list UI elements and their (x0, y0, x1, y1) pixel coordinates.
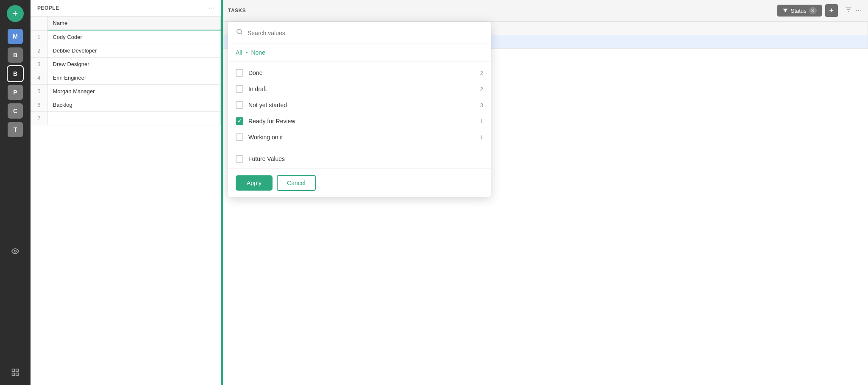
row-name: Erin Engineer (47, 71, 221, 85)
people-panel: PEOPLE ··· Name 1 Cody Coder2 Debbie Dev… (31, 0, 221, 385)
status-filter-tab[interactable]: Status ✕ (777, 5, 822, 17)
future-values-label: Future Values (248, 155, 285, 162)
svg-point-5 (237, 29, 242, 34)
filter-option-row[interactable]: Ready for Review 1 (228, 113, 491, 129)
option-checkbox[interactable] (236, 85, 243, 93)
filter-close-button[interactable]: ✕ (809, 7, 817, 14)
people-panel-menu-icon[interactable]: ··· (209, 4, 214, 12)
svg-rect-2 (16, 369, 19, 372)
filter-dropdown: All • None Done 2 In draft 2 Not yet sta… (228, 22, 491, 197)
filter-search-row (228, 22, 491, 44)
row-number: 2 (31, 44, 47, 58)
tasks-left-accent (221, 0, 223, 385)
future-values-checkbox[interactable] (236, 155, 243, 163)
row-name: Backlog (47, 98, 221, 112)
sidebar-avatar-t[interactable]: T (8, 122, 23, 137)
row-number: 5 (31, 85, 47, 98)
table-row[interactable]: 1 Cody Coder (31, 30, 221, 44)
search-icon (236, 28, 243, 38)
option-label: Ready for Review (248, 118, 475, 125)
row-name: Debbie Developer (47, 44, 221, 58)
table-row[interactable]: 7 (31, 112, 221, 125)
filter-select-none[interactable]: None (251, 49, 265, 56)
option-label: Working on it (248, 134, 475, 141)
tasks-header-left: TASKS (228, 8, 246, 14)
tasks-panel-menu-icon[interactable]: ··· (856, 7, 861, 14)
option-checkbox[interactable] (236, 69, 243, 77)
svg-point-0 (14, 250, 17, 252)
table-row[interactable]: 6 Backlog (31, 98, 221, 112)
people-col-num (31, 17, 47, 30)
grid-icon[interactable] (8, 365, 23, 380)
svg-rect-4 (16, 373, 19, 376)
option-checkbox[interactable] (236, 117, 243, 125)
option-count: 2 (480, 86, 483, 92)
filter-icon (782, 8, 788, 14)
row-number: 6 (31, 98, 47, 112)
row-number: 1 (31, 30, 47, 44)
option-label: Not yet started (248, 102, 475, 108)
filter-search-input[interactable] (248, 30, 483, 36)
sidebar-avatar-p[interactable]: P (8, 85, 23, 100)
option-checkbox[interactable] (236, 133, 243, 141)
filter-select-dot: • (246, 49, 248, 56)
tasks-panel: TASKS Status ✕ + (221, 0, 868, 385)
row-name: Morgan Manager (47, 85, 221, 98)
add-button[interactable]: + (7, 5, 24, 22)
option-label: In draft (248, 86, 475, 92)
cancel-button[interactable]: Cancel (277, 175, 316, 191)
filter-option-row[interactable]: In draft 2 (228, 81, 491, 97)
filter-option-row[interactable]: Not yet started 3 (228, 97, 491, 113)
table-row[interactable]: 4 Erin Engineer (31, 71, 221, 85)
tasks-panel-title: TASKS (228, 8, 246, 14)
option-count: 2 (480, 70, 483, 76)
svg-rect-3 (12, 373, 15, 376)
filter-actions: Apply Cancel (228, 169, 491, 197)
tasks-header: TASKS Status ✕ + (221, 0, 868, 22)
filter-select-row: All • None (228, 44, 491, 61)
sidebar-avatar-m[interactable]: M (8, 29, 23, 44)
apply-button[interactable]: Apply (236, 175, 273, 191)
row-name: Cody Coder (47, 30, 221, 44)
option-count: 3 (480, 102, 483, 108)
people-panel-title: PEOPLE (37, 5, 59, 11)
tasks-header-right: Status ✕ + ··· (777, 4, 861, 17)
filter-options: Done 2 In draft 2 Not yet started 3 Read… (228, 61, 491, 149)
filter-tab-label: Status (791, 8, 807, 14)
eye-icon[interactable] (8, 244, 23, 259)
sidebar: + M B B P C T (0, 0, 31, 385)
filter-option-row[interactable]: Working on it 1 (228, 129, 491, 145)
table-row[interactable]: 5 Morgan Manager (31, 85, 221, 98)
row-name: Drew Designer (47, 58, 221, 71)
option-checkbox[interactable] (236, 101, 243, 109)
row-number: 3 (31, 58, 47, 71)
people-panel-header: PEOPLE ··· (31, 0, 221, 17)
option-label: Done (248, 69, 475, 76)
option-count: 1 (480, 134, 483, 141)
row-number: 4 (31, 71, 47, 85)
filter-future-row: Future Values (228, 149, 491, 169)
people-col-name: Name (47, 17, 221, 30)
filter-option-row[interactable]: Done 2 (228, 65, 491, 81)
table-row[interactable]: 2 Debbie Developer (31, 44, 221, 58)
sidebar-avatar-b1[interactable]: B (8, 47, 23, 63)
tasks-filter-icon[interactable] (845, 6, 852, 15)
main-content: PEOPLE ··· Name 1 Cody Coder2 Debbie Dev… (31, 0, 868, 385)
row-number: 7 (31, 112, 47, 125)
table-row[interactable]: 3 Drew Designer (31, 58, 221, 71)
option-count: 1 (480, 118, 483, 125)
row-name (47, 112, 221, 125)
people-table: Name 1 Cody Coder2 Debbie Developer3 Dre… (31, 17, 221, 125)
filter-select-all[interactable]: All (236, 49, 242, 56)
sidebar-avatar-b2[interactable]: B (8, 66, 23, 81)
people-table-container: Name 1 Cody Coder2 Debbie Developer3 Dre… (31, 17, 221, 385)
sidebar-avatar-c[interactable]: C (8, 103, 23, 119)
svg-rect-1 (12, 369, 15, 372)
add-filter-button[interactable]: + (825, 4, 838, 17)
